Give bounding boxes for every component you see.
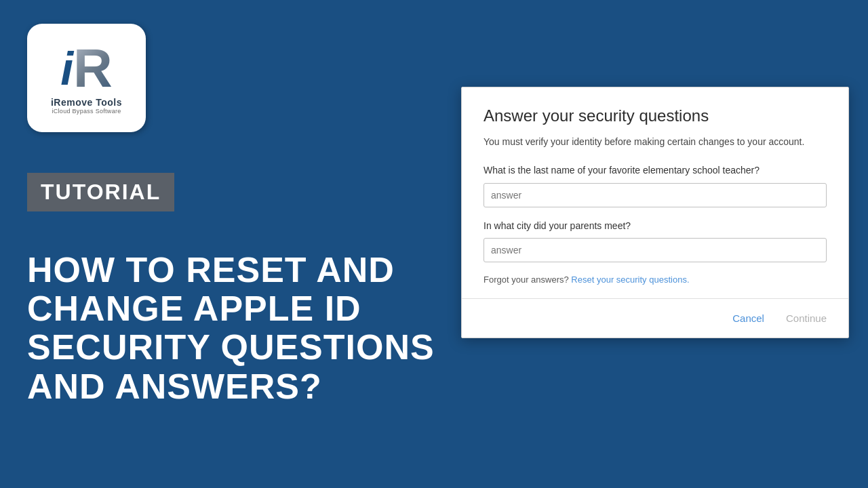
tutorial-badge: TUTORIAL [27,173,174,211]
question2-label: In what city did your parents meet? [484,220,827,233]
reset-security-questions-link[interactable]: Reset your security questions. [571,274,689,285]
question1-label: What is the last name of your favorite e… [484,164,827,178]
logo-r-letter: R [73,41,113,96]
logo-letters: i R [60,41,113,96]
question2-answer-input[interactable] [484,238,827,262]
logo-i-letter: i [60,45,73,92]
tutorial-label: TUTORIAL [41,180,161,204]
dialog-description: You must verify your identity before mak… [484,135,827,149]
headline-container: HOW TO RESET AND CHANGE APPLE ID SECURIT… [27,251,448,406]
logo-tagline: iCloud Bypass Software [52,108,121,115]
forgot-answers-text: Forgot your answers? Reset your security… [484,274,827,298]
cancel-button[interactable]: Cancel [724,308,772,328]
logo-brand-name: iRemove Tools [51,97,122,108]
security-questions-dialog: Answer your security questions You must … [461,87,849,338]
headline-text: HOW TO RESET AND CHANGE APPLE ID SECURIT… [27,251,448,406]
dialog-title: Answer your security questions [484,106,827,125]
continue-button[interactable]: Continue [778,308,835,328]
dialog-footer: Cancel Continue [462,298,848,338]
dialog-content: Answer your security questions You must … [462,87,848,298]
question1-answer-input[interactable] [484,183,827,207]
logo-container: i R iRemove Tools iCloud Bypass Software [27,24,146,139]
logo-box: i R iRemove Tools iCloud Bypass Software [27,24,146,132]
